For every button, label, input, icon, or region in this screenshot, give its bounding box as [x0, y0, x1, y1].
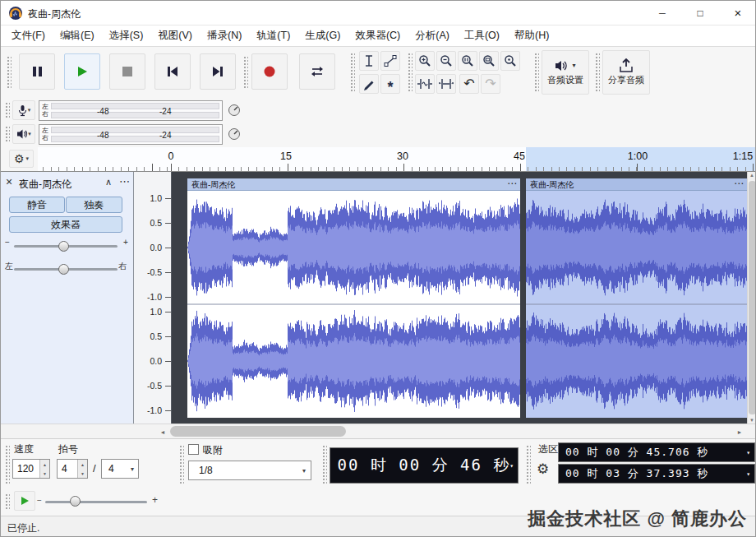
vertical-scrollbar-thumb[interactable] — [749, 181, 756, 414]
track-collapse-icon[interactable]: ∧ — [105, 177, 112, 187]
zoom-selection-button[interactable] — [458, 51, 477, 71]
menu-analyze[interactable]: 分析(A) — [408, 25, 457, 46]
timesig-spinner[interactable]: ▲ ▼ — [77, 460, 87, 478]
snap-toolbar-grip[interactable] — [178, 444, 184, 484]
spin-down-icon[interactable]: ▼ — [40, 469, 49, 478]
close-button[interactable]: × — [719, 1, 756, 25]
clip-1-waveform[interactable] — [187, 191, 520, 418]
track-title[interactable]: 夜曲-周杰伦 — [19, 178, 71, 192]
clip-1-menu-icon[interactable]: ⋯ — [507, 178, 517, 189]
tools-toolbar-grip[interactable] — [349, 52, 355, 93]
tempo-input[interactable]: 120 ▲ ▼ — [12, 459, 50, 479]
menu-effect[interactable]: 效果器(C) — [348, 25, 408, 46]
multi-tool-button[interactable]: * — [380, 74, 400, 94]
zoom-in-button[interactable] — [415, 51, 435, 71]
playback-meter-bar[interactable]: 左 右 -48 -24 — [39, 124, 223, 145]
timeline-options-button[interactable]: ⚙ ▾ — [9, 150, 34, 168]
speaker-button[interactable]: ▾ — [12, 124, 35, 144]
transport-toolbar-grip[interactable] — [6, 55, 12, 88]
spin-down-icon[interactable]: ▼ — [78, 469, 87, 478]
silence-selection-button[interactable] — [436, 74, 456, 94]
mic-button[interactable]: ▾ — [12, 100, 35, 120]
speed-toolbar-grip[interactable] — [4, 493, 10, 511]
selection-start-dropdown-icon[interactable]: ▾ — [746, 449, 750, 456]
recording-meter-bar[interactable]: 左 右 -48 -24 — [39, 100, 223, 121]
scroll-right-button[interactable]: ► — [734, 426, 745, 437]
menu-file[interactable]: 文件(F) — [4, 25, 53, 46]
timesig-upper-input[interactable]: 4 ▲ ▼ — [57, 459, 88, 479]
menu-help[interactable]: 帮助(H) — [507, 25, 556, 46]
zoom-out-button[interactable] — [436, 51, 456, 71]
tempo-spinner[interactable]: ▲ ▼ — [39, 460, 49, 478]
menu-view[interactable]: 视图(V) — [150, 25, 200, 46]
selection-gear-icon[interactable]: ⚙ — [537, 461, 549, 478]
speed-slider-thumb[interactable] — [70, 496, 81, 507]
skip-to-start-button[interactable] — [154, 53, 191, 90]
stop-button[interactable] — [109, 53, 145, 90]
audio-setup-button[interactable]: ▾ 音频设置 — [542, 50, 589, 95]
menu-transport[interactable]: 播录(N) — [200, 25, 249, 46]
share-audio-button[interactable]: 分享音频 — [602, 50, 650, 95]
trim-outside-selection-button[interactable] — [415, 74, 435, 94]
recording-meter-grip[interactable] — [4, 101, 10, 119]
playback-volume-knob[interactable] — [228, 127, 241, 141]
spin-up-icon[interactable]: ▲ — [78, 460, 87, 469]
menu-tools[interactable]: 工具(O) — [457, 25, 507, 46]
horizontal-scrollbar-thumb[interactable] — [170, 426, 346, 437]
spin-up-icon[interactable]: ▲ — [40, 460, 49, 469]
loop-button[interactable] — [299, 53, 335, 90]
menu-tracks[interactable]: 轨道(T) — [249, 25, 297, 46]
maximize-button[interactable]: □ — [681, 1, 719, 25]
gain-slider-thumb[interactable] — [58, 241, 69, 252]
solo-button[interactable]: 独奏 — [66, 197, 122, 213]
pan-slider-thumb[interactable] — [58, 264, 69, 275]
minimize-button[interactable]: ─ — [643, 1, 681, 25]
vertical-scrollbar[interactable]: ▲ ▼ — [747, 172, 756, 424]
clip-2-header[interactable]: 夜曲-周杰伦 ⋯ — [526, 178, 747, 191]
envelope-tool-button[interactable] — [380, 51, 400, 71]
clip-2-menu-icon[interactable]: ⋯ — [734, 178, 744, 189]
scroll-left-button[interactable]: ◄ — [157, 426, 168, 437]
clip-1-header[interactable]: 夜曲-周杰伦 ⋯ — [187, 178, 520, 191]
draw-tool-button[interactable] — [359, 74, 379, 94]
snap-select[interactable]: 1/8 ▾ — [188, 461, 311, 480]
menu-generate[interactable]: 生成(G) — [297, 25, 348, 46]
audio-position-display[interactable]: 00 时 00 分 46 秒 ▾ — [330, 447, 519, 484]
record-toolbar-grip[interactable] — [242, 55, 248, 88]
effects-button[interactable]: 效果器 — [9, 216, 122, 233]
selection-start-field[interactable]: 00 时 00 分 45.706 秒 ▾ — [558, 442, 755, 462]
selection-toolbar-grip[interactable] — [525, 444, 531, 484]
playback-meter-grip[interactable] — [4, 125, 10, 143]
track-close-icon[interactable]: × — [6, 176, 12, 187]
recording-volume-knob[interactable] — [228, 104, 241, 117]
menu-select[interactable]: 选择(S) — [102, 25, 151, 46]
position-dropdown-icon[interactable]: ▾ — [509, 462, 514, 470]
speed-slider-track[interactable] — [45, 501, 147, 503]
scroll-up-icon[interactable]: ▲ — [749, 173, 754, 178]
snap-checkbox[interactable] — [188, 444, 199, 455]
vertical-scale-ruler[interactable]: 1.0 0.5 0.0 -0.5 -1.0 1.0 0.5 0.0 -0.5 -… — [134, 172, 172, 424]
skip-to-end-button[interactable] — [200, 53, 236, 90]
menu-edit[interactable]: 编辑(E) — [53, 25, 102, 46]
timesig-lower-select[interactable]: 4 ▾ — [101, 459, 139, 479]
share-audio-grip[interactable] — [594, 52, 600, 93]
undo-button[interactable]: ↶ — [459, 74, 479, 94]
edit-toolbar-grip[interactable] — [407, 52, 413, 93]
mute-button[interactable]: 静音 — [9, 197, 65, 213]
clip-2-waveform[interactable] — [526, 191, 747, 418]
scroll-down-icon[interactable]: ▼ — [749, 418, 754, 423]
audio-setup-grip[interactable] — [533, 52, 539, 93]
zoom-fit-button[interactable] — [479, 51, 499, 71]
time-toolbar-grip[interactable] — [4, 444, 10, 484]
record-button[interactable] — [251, 53, 288, 90]
zoom-toggle-button[interactable] — [500, 51, 520, 71]
redo-button[interactable]: ↷ — [481, 74, 500, 94]
play-at-speed-button[interactable] — [14, 491, 35, 511]
selection-end-field[interactable]: 00 时 03 分 37.393 秒 ▾ — [558, 464, 755, 484]
pause-button[interactable] — [19, 53, 55, 90]
selection-end-dropdown-icon[interactable]: ▾ — [746, 470, 750, 478]
position-toolbar-grip[interactable] — [321, 444, 327, 484]
play-button[interactable] — [64, 53, 100, 90]
selection-tool-button[interactable] — [359, 51, 379, 71]
track-menu-icon[interactable]: ⋯ — [119, 175, 130, 187]
